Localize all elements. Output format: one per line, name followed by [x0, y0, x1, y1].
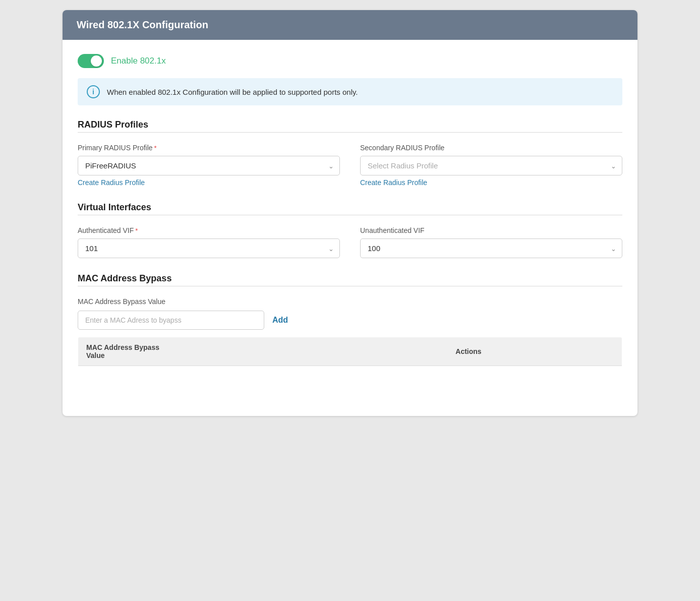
primary-radius-select[interactable]: PiFreeRADIUS — [78, 156, 340, 175]
radius-profiles-section: RADIUS Profiles Primary RADIUS Profile *… — [78, 119, 622, 187]
mac-bypass-col-value: MAC Address BypassValue — [78, 337, 448, 366]
table-row — [78, 366, 622, 387]
info-message: When enabled 802.1x Configuration will b… — [107, 88, 358, 96]
mac-bypass-col-actions: Actions — [447, 337, 622, 366]
mac-bypass-input-label: MAC Address Bypass Value — [78, 297, 622, 306]
info-box: i When enabled 802.1x Configuration will… — [78, 78, 622, 105]
mac-input-row: Add — [78, 311, 622, 330]
unauth-vif-group: Unauthenticated VIF 100 ⌄ — [360, 226, 622, 258]
primary-required-star: * — [154, 144, 157, 152]
mac-bypass-add-button[interactable]: Add — [272, 316, 288, 325]
mac-bypass-table: MAC Address BypassValue Actions — [78, 337, 622, 387]
page-title: Wired 802.1X Configuration — [77, 19, 208, 30]
secondary-create-radius-link[interactable]: Create Radius Profile — [360, 178, 427, 187]
auth-vif-required-star: * — [135, 227, 138, 234]
mac-bypass-section-title: MAC Address Bypass — [78, 273, 622, 284]
radius-form-row: Primary RADIUS Profile * PiFreeRADIUS ⌄ … — [78, 144, 622, 187]
secondary-radius-select-wrapper: Select Radius Profile ⌄ — [360, 156, 622, 175]
auth-vif-group: Authenticated VIF * 101 ⌄ — [78, 226, 340, 258]
secondary-radius-label: Secondary RADIUS Profile — [360, 144, 622, 152]
unauth-vif-select-wrapper: 100 ⌄ — [360, 238, 622, 258]
unauth-vif-label: Unauthenticated VIF — [360, 226, 622, 234]
card-body: Enable 802.1x i When enabled 802.1x Conf… — [63, 40, 637, 416]
primary-radius-label: Primary RADIUS Profile * — [78, 144, 340, 152]
card-header: Wired 802.1X Configuration — [63, 10, 637, 40]
mac-bypass-table-body — [78, 366, 622, 387]
mac-bypass-section: MAC Address Bypass MAC Address Bypass Va… — [78, 273, 622, 387]
mac-bypass-divider — [78, 286, 622, 286]
primary-radius-select-wrapper: PiFreeRADIUS ⌄ — [78, 156, 340, 175]
vif-form-row: Authenticated VIF * 101 ⌄ Unauthenticate… — [78, 226, 622, 258]
auth-vif-label: Authenticated VIF * — [78, 226, 340, 234]
secondary-radius-select[interactable]: Select Radius Profile — [360, 156, 622, 175]
primary-create-radius-link[interactable]: Create Radius Profile — [78, 178, 145, 187]
radius-section-title: RADIUS Profiles — [78, 119, 622, 130]
mac-bypass-input[interactable] — [78, 311, 264, 330]
info-icon: i — [87, 85, 100, 98]
vif-section-title: Virtual Interfaces — [78, 202, 622, 213]
unauth-vif-select[interactable]: 100 — [360, 238, 622, 258]
auth-vif-select-wrapper: 101 ⌄ — [78, 238, 340, 258]
secondary-radius-group: Secondary RADIUS Profile Select Radius P… — [360, 144, 622, 187]
auth-vif-select[interactable]: 101 — [78, 238, 340, 258]
radius-divider — [78, 132, 622, 133]
enable-toggle-row: Enable 802.1x — [78, 54, 622, 68]
mac-bypass-table-header-row: MAC Address BypassValue Actions — [78, 337, 622, 366]
main-card: Wired 802.1X Configuration Enable 802.1x… — [63, 10, 637, 416]
toggle-label: Enable 802.1x — [111, 56, 166, 66]
virtual-interfaces-section: Virtual Interfaces Authenticated VIF * 1… — [78, 202, 622, 258]
primary-radius-group: Primary RADIUS Profile * PiFreeRADIUS ⌄ … — [78, 144, 340, 187]
mac-bypass-table-head: MAC Address BypassValue Actions — [78, 337, 622, 366]
enable-toggle[interactable] — [78, 54, 104, 68]
vif-divider — [78, 215, 622, 215]
